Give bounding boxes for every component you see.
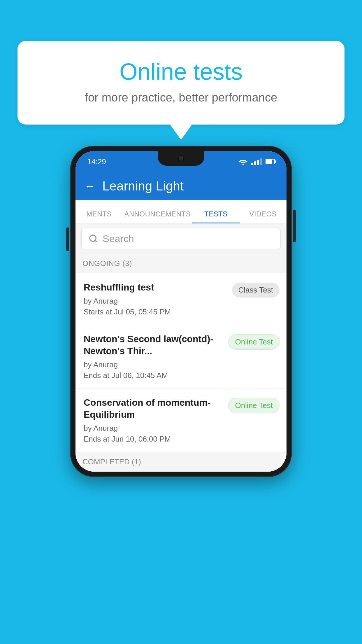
- signal-icon: [251, 158, 262, 165]
- test-author-3: by Anurag: [84, 424, 222, 433]
- test-time-3: Ends at Jun 10, 06:00 PM: [84, 435, 222, 444]
- app-title: Learning Light: [102, 179, 184, 193]
- test-badge-1: Class Test: [232, 283, 280, 298]
- battery-icon: [266, 159, 275, 164]
- test-author-2: by Anurag: [84, 360, 222, 369]
- test-info-2: Newton's Second law(contd)-Newton's Thir…: [84, 333, 222, 380]
- test-author-1: by Anurag: [84, 297, 226, 306]
- app-header: ← Learning Light: [75, 172, 287, 200]
- test-item-1[interactable]: Reshuffling test by Anurag Starts at Jul…: [75, 273, 287, 325]
- test-item-2[interactable]: Newton's Second law(contd)-Newton's Thir…: [75, 325, 287, 388]
- promo-subtitle: for more practice, better performance: [41, 91, 321, 104]
- test-name-2: Newton's Second law(contd)-Newton's Thir…: [84, 333, 222, 357]
- notch: [158, 151, 204, 166]
- tab-videos[interactable]: VIDEOS: [240, 210, 287, 223]
- test-time-2: Ends at Jul 06, 10:45 AM: [84, 371, 222, 380]
- test-info-1: Reshuffling test by Anurag Starts at Jul…: [84, 281, 226, 316]
- speech-bubble: Online tests for more practice, better p…: [17, 41, 345, 125]
- test-name-1: Reshuffling test: [84, 281, 226, 294]
- svg-point-0: [242, 164, 244, 165]
- test-time-1: Starts at Jul 05, 05:45 PM: [84, 307, 226, 316]
- status-bar: 14:29: [75, 151, 287, 172]
- phone-mockup: 14:29: [70, 146, 292, 477]
- promo-title: Online tests: [41, 58, 321, 85]
- test-info-3: Conservation of momentum-Equilibrium by …: [84, 397, 222, 444]
- svg-line-2: [95, 240, 97, 242]
- back-button[interactable]: ←: [84, 181, 95, 192]
- search-container: Search: [75, 223, 287, 254]
- promo-section: Online tests for more practice, better p…: [17, 41, 345, 125]
- test-badge-2: Online Test: [228, 334, 280, 350]
- status-time: 14:29: [87, 157, 106, 166]
- search-icon: [89, 234, 98, 243]
- status-icons: [238, 158, 275, 165]
- phone-screen: 14:29: [75, 151, 287, 472]
- tab-ments[interactable]: MENTS: [75, 210, 122, 223]
- tabs-bar: MENTS ANNOUNCEMENTS TESTS VIDEOS: [75, 200, 287, 223]
- ongoing-section-header: ONGOING (3): [75, 254, 287, 273]
- svg-point-1: [90, 235, 96, 241]
- search-box[interactable]: Search: [81, 228, 281, 249]
- wifi-icon: [238, 158, 248, 165]
- test-item-3[interactable]: Conservation of momentum-Equilibrium by …: [75, 388, 287, 452]
- completed-section-header: COMPLETED (1): [75, 452, 287, 472]
- test-name-3: Conservation of momentum-Equilibrium: [84, 397, 222, 421]
- tab-announcements[interactable]: ANNOUNCEMENTS: [122, 210, 192, 223]
- phone-outer: 14:29: [70, 146, 292, 477]
- test-badge-3: Online Test: [228, 398, 280, 413]
- tab-tests[interactable]: TESTS: [192, 210, 239, 223]
- camera: [178, 155, 184, 162]
- search-placeholder: Search: [103, 233, 134, 244]
